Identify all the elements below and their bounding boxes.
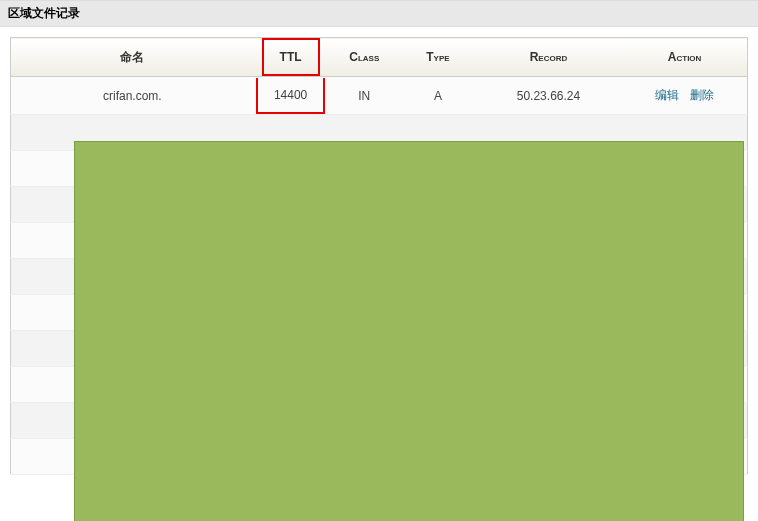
table-row: crifan.com. 14400 IN A 50.23.66.24 编辑 删除 bbox=[11, 77, 748, 115]
col-name: 命名 bbox=[11, 38, 254, 77]
table-header-row: 命名 TTL Class Type Record Action bbox=[11, 38, 748, 77]
col-class: Class bbox=[327, 38, 401, 77]
cell-class: IN bbox=[327, 77, 401, 115]
cell-ttl: 14400 bbox=[254, 77, 328, 115]
col-action: Action bbox=[622, 38, 747, 77]
ttl-highlight-cell: 14400 bbox=[256, 78, 325, 114]
dns-records-table-wrapper: 命名 TTL Class Type Record Action crifan.c… bbox=[0, 27, 758, 475]
cell-action: 编辑 删除 bbox=[622, 77, 747, 115]
cell-record: 50.23.66.24 bbox=[475, 77, 622, 115]
delete-link[interactable]: 删除 bbox=[690, 88, 714, 102]
col-type: Type bbox=[401, 38, 475, 77]
redaction-overlay bbox=[74, 141, 744, 521]
section-title-text: 区域文件记录 bbox=[8, 6, 80, 20]
cell-name: crifan.com. bbox=[11, 77, 254, 115]
edit-link[interactable]: 编辑 bbox=[655, 88, 679, 102]
col-record: Record bbox=[475, 38, 622, 77]
section-header: 区域文件记录 bbox=[0, 0, 758, 27]
cell-type: A bbox=[401, 77, 475, 115]
ttl-highlight-header: TTL bbox=[262, 38, 320, 76]
col-ttl: TTL bbox=[254, 38, 328, 77]
